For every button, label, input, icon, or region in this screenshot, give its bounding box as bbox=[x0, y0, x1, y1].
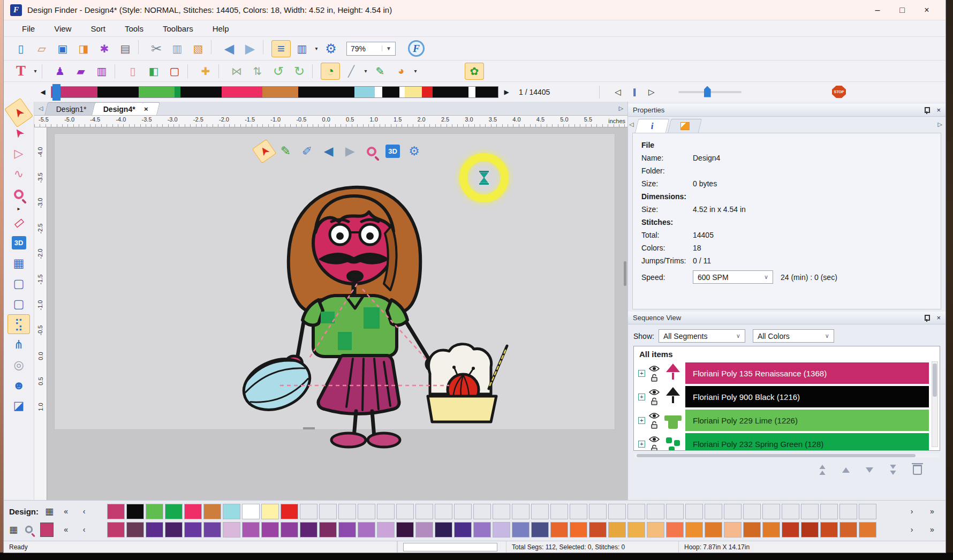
thread-swatch[interactable] bbox=[473, 522, 491, 538]
toolbar-button[interactable]: ◨ bbox=[74, 40, 93, 57]
thread-swatch[interactable] bbox=[338, 522, 356, 538]
palette-swatch[interactable] bbox=[126, 504, 144, 519]
strip-position-marker[interactable] bbox=[52, 84, 60, 101]
sequence-list[interactable]: All items + Floriani Poly 135 Renaissanc… bbox=[633, 346, 940, 451]
toolbar-button[interactable] bbox=[42, 64, 47, 78]
expand-icon[interactable]: + bbox=[638, 393, 645, 400]
toolbar-button[interactable]: ♟ bbox=[50, 63, 70, 80]
canvas-tool-button[interactable]: ➤ bbox=[252, 139, 277, 164]
palette-swatch[interactable] bbox=[435, 504, 452, 519]
lock-icon[interactable] bbox=[651, 397, 658, 405]
toolbar-button[interactable]: ▰ bbox=[71, 63, 90, 80]
toolbar-button[interactable]: ✱ bbox=[95, 40, 114, 57]
scrollbar-thumb[interactable] bbox=[933, 364, 937, 397]
thread-swatch[interactable] bbox=[685, 522, 703, 538]
thread-swatch[interactable] bbox=[146, 522, 163, 538]
palette-swatch[interactable] bbox=[762, 504, 780, 519]
speed-slider[interactable] bbox=[678, 91, 742, 93]
palette-swatch[interactable] bbox=[203, 504, 221, 519]
toolbar-button[interactable]: ▱ bbox=[32, 40, 51, 57]
sequence-item[interactable]: + Floriani Poly 900 Black (1216) bbox=[638, 385, 940, 408]
pause-icon[interactable]: ∥ bbox=[633, 87, 637, 97]
toolbar-button[interactable]: ⇅ bbox=[248, 63, 267, 80]
palette-next-icon[interactable]: › bbox=[906, 525, 918, 534]
thread-swatch[interactable] bbox=[281, 522, 298, 538]
palette-swatch[interactable] bbox=[300, 504, 317, 519]
segments-filter-select[interactable]: All Segments ∨ bbox=[659, 329, 745, 343]
toolbar-button[interactable]: ▶ bbox=[240, 40, 260, 57]
canvas-tool-button[interactable]: ✐ bbox=[298, 142, 316, 160]
toolbar-button[interactable] bbox=[115, 64, 120, 78]
canvas-tool-button[interactable]: ◀ bbox=[320, 142, 337, 160]
delete-icon[interactable] bbox=[913, 465, 922, 475]
palette-swatch[interactable] bbox=[319, 504, 337, 519]
document-tab[interactable]: Design1* bbox=[44, 102, 99, 115]
toolbar-button[interactable]: ↻ bbox=[290, 63, 309, 80]
stop-button[interactable]: STOP bbox=[832, 86, 846, 98]
palette-swatch[interactable] bbox=[473, 504, 491, 519]
tool-button[interactable]: ▢ bbox=[7, 294, 30, 314]
thread-swatch[interactable] bbox=[705, 522, 722, 538]
palette-swatch[interactable] bbox=[859, 504, 876, 519]
toolbar-button[interactable]: ◀ bbox=[220, 40, 239, 57]
eye-icon[interactable] bbox=[649, 389, 660, 396]
lock-icon[interactable] bbox=[651, 374, 658, 382]
pin-icon[interactable] bbox=[924, 107, 929, 113]
toolbar-button[interactable] bbox=[263, 40, 268, 54]
sequence-item[interactable]: + Floriani Poly 135 Renaissance (1368) bbox=[638, 361, 940, 385]
toolbar-button[interactable]: ▯ bbox=[11, 40, 31, 57]
toolbar-button[interactable]: ▤ bbox=[116, 40, 135, 57]
menu-item[interactable]: File bbox=[22, 24, 35, 33]
toolbar-button[interactable]: ▾ bbox=[32, 63, 39, 80]
thread-color-bar[interactable]: Floriani Poly 229 Lime (1226) bbox=[685, 410, 929, 431]
menu-item[interactable]: Help bbox=[213, 24, 229, 33]
move-to-top-icon[interactable] bbox=[819, 464, 826, 475]
tool-button[interactable]: ☻ bbox=[7, 375, 30, 395]
palette-swatch[interactable] bbox=[647, 504, 664, 519]
toolbar-button[interactable]: ▾ bbox=[313, 40, 320, 57]
panel-close-icon[interactable]: × bbox=[936, 314, 941, 322]
palette-swatch[interactable] bbox=[801, 504, 819, 519]
play-icon[interactable]: ▷ bbox=[648, 87, 655, 97]
palette-swatch[interactable] bbox=[396, 504, 414, 519]
tab-info[interactable]: i bbox=[635, 119, 669, 133]
palette-swatch[interactable] bbox=[242, 504, 260, 519]
toolbar-button[interactable]: ▢ bbox=[165, 63, 184, 80]
thread-swatch[interactable] bbox=[126, 522, 144, 538]
eye-icon[interactable] bbox=[649, 365, 660, 372]
pin-icon[interactable] bbox=[924, 315, 929, 321]
expand-icon[interactable]: + bbox=[638, 417, 645, 424]
palette-prev-icon[interactable]: ‹ bbox=[78, 525, 90, 534]
palette-swatch[interactable] bbox=[223, 504, 240, 519]
thread-swatch[interactable] bbox=[550, 522, 568, 538]
palette-next-icon[interactable]: › bbox=[906, 507, 918, 516]
thread-swatch[interactable] bbox=[512, 522, 530, 538]
tool-button[interactable]: ▢ bbox=[7, 274, 30, 293]
palette-last-icon[interactable]: » bbox=[926, 525, 938, 534]
palette-swatch[interactable] bbox=[358, 504, 375, 519]
toolbar-button[interactable]: ▥ bbox=[168, 40, 187, 57]
close-button[interactable]: × bbox=[914, 5, 939, 15]
toolbar-button[interactable] bbox=[420, 63, 463, 80]
toolbar-button[interactable]: ◔ bbox=[321, 63, 340, 80]
lock-icon[interactable] bbox=[651, 421, 658, 429]
toolbar-button[interactable] bbox=[211, 40, 216, 54]
move-up-icon[interactable] bbox=[842, 467, 850, 473]
toolbar-button[interactable]: ⚙ bbox=[321, 40, 341, 57]
move-down-icon[interactable] bbox=[866, 467, 873, 473]
chart-grid-icon[interactable]: ▦ bbox=[9, 524, 18, 535]
eye-icon[interactable] bbox=[649, 412, 660, 419]
panel-close-icon[interactable]: × bbox=[936, 106, 941, 114]
palette-swatch[interactable] bbox=[743, 504, 761, 519]
tool-button[interactable]: ▦ bbox=[7, 253, 30, 273]
toolbar-button[interactable]: T bbox=[11, 63, 31, 80]
palette-first-icon[interactable]: « bbox=[60, 525, 72, 534]
thread-swatch[interactable] bbox=[107, 522, 125, 538]
menu-item[interactable]: Sort bbox=[90, 24, 105, 33]
toolbar-button[interactable] bbox=[138, 40, 143, 54]
palette-swatch[interactable] bbox=[415, 504, 433, 519]
menu-item[interactable]: View bbox=[54, 24, 71, 33]
thread-swatch[interactable] bbox=[415, 522, 433, 538]
palette-swatch[interactable] bbox=[184, 504, 202, 519]
thread-swatch[interactable] bbox=[801, 522, 819, 538]
